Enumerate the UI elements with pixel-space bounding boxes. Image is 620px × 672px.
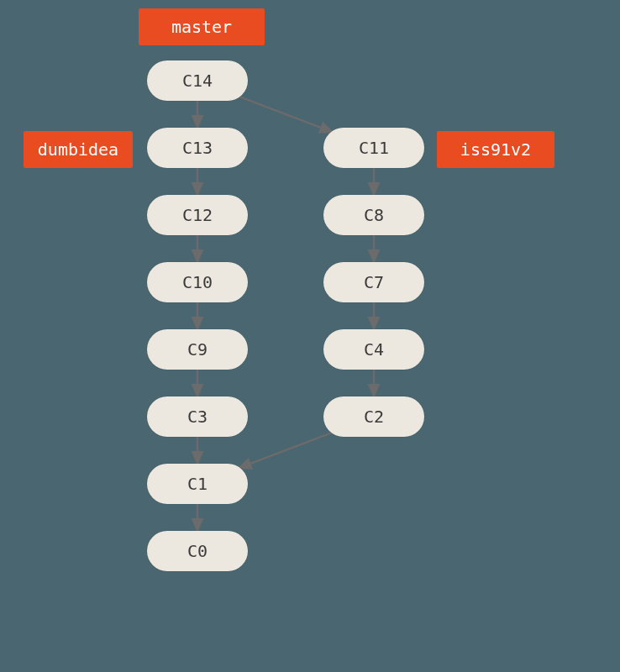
commit-label: C13 <box>182 138 213 158</box>
commit-c10: C10 <box>147 262 248 302</box>
edge-c2-c1 <box>239 433 333 468</box>
branch-label-master: master <box>139 8 265 45</box>
edges-layer <box>0 0 620 672</box>
git-graph: master dumbidea iss91v2 C14 C13 C12 C10 … <box>0 0 620 672</box>
commit-label: C2 <box>364 407 384 427</box>
commit-label: C14 <box>182 71 213 91</box>
commit-label: C4 <box>364 339 384 360</box>
commit-c2: C2 <box>323 396 424 437</box>
commit-c9: C9 <box>147 329 248 370</box>
commit-c3: C3 <box>147 396 248 437</box>
commit-label: C9 <box>187 339 208 360</box>
branch-label-dumbidea: dumbidea <box>24 131 133 168</box>
commit-c8: C8 <box>323 195 424 235</box>
commit-label: C8 <box>364 205 384 225</box>
branch-text: master <box>171 17 232 37</box>
commit-c1: C1 <box>147 464 248 504</box>
commit-c7: C7 <box>323 262 424 302</box>
branch-label-iss91v2: iss91v2 <box>437 131 554 168</box>
commit-label: C11 <box>359 138 389 158</box>
commit-c4: C4 <box>323 329 424 370</box>
commit-c14: C14 <box>147 60 248 101</box>
commit-label: C10 <box>182 272 213 292</box>
commit-c0: C0 <box>147 531 248 571</box>
commit-label: C12 <box>182 205 213 225</box>
commit-label: C7 <box>364 272 384 292</box>
commit-c12: C12 <box>147 195 248 235</box>
branch-text: iss91v2 <box>460 139 531 160</box>
commit-c11: C11 <box>323 128 424 168</box>
commit-label: C3 <box>187 407 208 427</box>
edge-c14-c11 <box>239 97 333 132</box>
commit-label: C0 <box>187 541 208 561</box>
commit-label: C1 <box>187 474 208 494</box>
commit-c13: C13 <box>147 128 248 168</box>
branch-text: dumbidea <box>38 139 118 160</box>
